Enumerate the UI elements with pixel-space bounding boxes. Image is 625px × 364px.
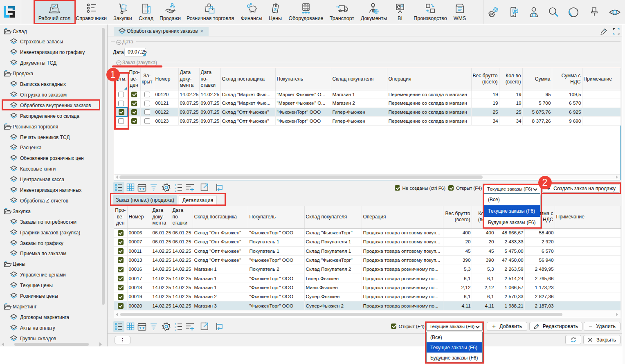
svg-text:1: 1 <box>175 184 176 186</box>
svg-text:3: 3 <box>175 328 176 331</box>
svg-text:2: 2 <box>175 326 176 328</box>
svg-text:3: 3 <box>175 189 176 192</box>
svg-text:$: $ <box>274 7 277 12</box>
svg-text:2: 2 <box>175 186 176 189</box>
svg-text:1: 1 <box>175 323 176 326</box>
